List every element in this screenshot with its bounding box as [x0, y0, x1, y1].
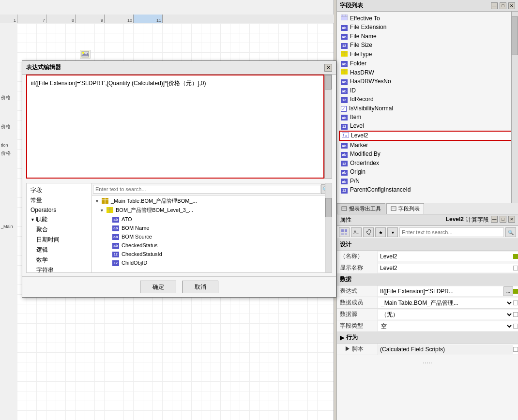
props-star-button[interactable]: ★	[375, 227, 386, 237]
props-label-datamember: 数据成员	[337, 297, 378, 308]
props-search-button[interactable]: 🔍	[505, 227, 516, 237]
fields-category-math[interactable]: 数学	[29, 255, 90, 265]
tree-item-ato-label: ATO	[122, 216, 132, 222]
panel-tab-bar: 报表导出工具 字段列表	[337, 203, 518, 214]
behavior-section-label: 行为	[346, 333, 358, 342]
fields-category-datetime[interactable]: 日期时间	[29, 235, 90, 245]
canvas-label-jia3: 价格	[1, 150, 11, 157]
field-item-level[interactable]: 12 Level	[339, 121, 516, 131]
props-wrench-button[interactable]	[363, 227, 374, 237]
cancel-button[interactable]: 取消	[182, 281, 218, 293]
panel-restore-button[interactable]: □	[500, 2, 506, 9]
confirm-button[interactable]: 确定	[140, 281, 176, 293]
tree-item-childobjid[interactable]: 12 ChildObjID	[93, 258, 331, 267]
12-icon-parentconfiginstanceid: 12	[341, 186, 348, 194]
fields-category-operators[interactable]: Operators	[29, 206, 90, 214]
props-pin-button[interactable]: —	[491, 216, 498, 223]
props-select-datamember[interactable]: _Main Table.BOM_产品管理...	[378, 298, 513, 308]
field-item-filetype[interactable]: FileType	[339, 50, 516, 59]
props-input-name[interactable]	[378, 252, 513, 261]
field-item-item[interactable]: ab Item	[339, 113, 516, 122]
tree-main-table[interactable]: ▼ _Main Table.BOM_产品管理BOM_...	[93, 196, 331, 206]
ab-icon-bomname: ab	[112, 225, 120, 231]
field-item-isvisibilitynormal[interactable]: ✓ IsVisibilityNormal	[339, 104, 516, 113]
props-indicator-displayname	[513, 266, 518, 270]
field-item-marker[interactable]: ab Marker	[339, 141, 516, 150]
svg-rect-22	[342, 207, 347, 210]
fields-category-constants[interactable]: 常量	[29, 195, 90, 206]
tree-item-bomname[interactable]: ab BOM Name	[93, 224, 331, 232]
ab-icon-file-extension: ab	[341, 24, 348, 31]
ab-icon-bomsource: ab	[112, 233, 120, 240]
fields-category-logic[interactable]: 逻辑	[29, 245, 90, 255]
tree-item-ato[interactable]: ab ATO	[93, 215, 331, 224]
props-field-type: 计算字段	[466, 216, 489, 224]
field-label-parentconfiginstanceid: ParentConfigInstanceId	[350, 186, 411, 193]
field-list-scrollbar[interactable]	[511, 12, 518, 203]
props-select-fieldtype[interactable]: 空	[378, 321, 513, 331]
field-item-file-extension[interactable]: ab File Extension	[339, 23, 516, 32]
field-item-effective-to[interactable]: Effective To	[339, 14, 516, 23]
field-item-folder[interactable]: ab Folder	[339, 59, 516, 68]
field-label-item: Item	[350, 114, 361, 120]
props-close-button[interactable]: ✕	[508, 216, 515, 223]
props-search-input[interactable]	[399, 227, 504, 237]
tree-item-bomsource[interactable]: ab BOM Source	[93, 232, 331, 241]
props-input-script[interactable]	[378, 345, 513, 354]
props-sort-az-button[interactable]: A↓	[351, 227, 362, 237]
tree-scrollbar[interactable]	[325, 183, 332, 272]
tab-field-list[interactable]: 字段列表	[386, 203, 424, 214]
props-input-displayname[interactable]	[378, 264, 513, 272]
panel-pin-button[interactable]: —	[491, 2, 498, 9]
fields-category-string[interactable]: 字符串	[29, 265, 90, 272]
props-label-expression: 表达式	[337, 285, 378, 297]
field-item-idrecord[interactable]: 12 IdRecord	[339, 95, 516, 104]
expression-input[interactable]: iif([File Extension]='SLDPRT',[Quantity …	[27, 75, 323, 178]
fields-category-fields[interactable]: 字段	[29, 185, 90, 195]
fields-category-functions[interactable]: 职能	[29, 214, 90, 225]
field-item-level2[interactable]: f x Level2	[339, 131, 516, 141]
field-item-modified-by[interactable]: ab Modified By	[339, 150, 516, 159]
props-label-fieldtype: 字段类型	[337, 320, 378, 331]
fields-area: 字段 常量 Operators 职能 聚合 日期时间 逻辑 数学 字符串 🔍 ▼	[26, 183, 332, 273]
field-item-file-size[interactable]: 12 File Size	[339, 41, 516, 50]
tab-export-tool[interactable]: 报表导出工具	[337, 203, 385, 214]
field-list-tab-icon	[391, 206, 396, 212]
props-more-button[interactable]: ▾	[387, 227, 398, 237]
props-restore-button[interactable]: □	[500, 216, 506, 223]
field-label-level2: Level2	[351, 132, 368, 139]
ab-icon-folder: ab	[341, 60, 348, 67]
tree-item-bomsource-label: BOM Source	[122, 234, 152, 240]
props-value-name	[378, 252, 518, 261]
field-item-hasdrwyesno[interactable]: ab HasDRWYesNo	[339, 77, 516, 86]
props-input-expression[interactable]	[378, 287, 503, 296]
props-expression-edit-button[interactable]: ...	[503, 286, 513, 296]
fields-search-input[interactable]	[93, 185, 321, 194]
field-label-hasdrw: HasDRW	[350, 69, 374, 76]
field-item-file-name[interactable]: ab File Name	[339, 32, 516, 41]
expression-scrollbar[interactable]	[324, 75, 332, 179]
field-item-pn[interactable]: ab P/N	[339, 177, 516, 186]
tree-item-checkedstatusid[interactable]: 12 CheckedStatusId	[93, 250, 331, 258]
props-sort-cat-button[interactable]	[339, 227, 350, 237]
props-select-datasource[interactable]: （无）	[378, 310, 513, 319]
fields-tree[interactable]: ▼ _Main Table.BOM_产品管理BOM_... ▼	[92, 195, 332, 272]
tree-item-checkedstatus[interactable]: ab CheckedStatus	[93, 241, 331, 250]
field-item-hasdrw[interactable]: HasDRW	[339, 68, 516, 77]
panel-close-button[interactable]: ✕	[508, 2, 515, 9]
ab-icon-modified-by: ab	[341, 150, 348, 158]
field-item-id[interactable]: ab ID	[339, 86, 516, 95]
fields-category-aggregate[interactable]: 聚合	[29, 225, 90, 235]
field-item-parentconfiginstanceid[interactable]: 12 ParentConfigInstanceId	[339, 185, 516, 195]
field-item-orderindex[interactable]: 12 OrderIndex	[339, 159, 516, 168]
expression-scrollbar-thumb	[325, 75, 332, 90]
field-item-origin[interactable]: ab Origin	[339, 167, 516, 177]
props-value-datasource: （无）	[378, 310, 518, 319]
tree-sub-table[interactable]: ▼ BOM_产品管理BOM_Level_3_...	[93, 206, 331, 215]
dialog-close-button[interactable]: ✕	[324, 64, 332, 72]
field-label-effective-to: Effective To	[350, 15, 380, 22]
props-indicator-datamember	[513, 300, 518, 305]
table-icon	[102, 198, 109, 205]
svg-rect-28	[341, 233, 344, 235]
field-label-file-extension: File Extension	[350, 24, 386, 30]
